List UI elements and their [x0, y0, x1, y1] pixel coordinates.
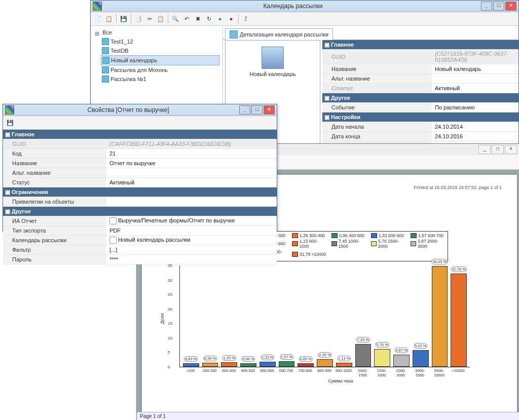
prop-date-start[interactable]: 24.10.2014 — [432, 122, 518, 132]
open-icon[interactable]: 📋 — [104, 14, 114, 24]
x-tick: 300-400 — [220, 368, 237, 377]
calendar-big-icon — [262, 47, 284, 69]
tab-icon — [230, 30, 238, 39]
bar-chart: Доля 051015202530350,83 %0,99 %1,25 %0,9… — [179, 265, 470, 367]
legend-item: 5,76 1500-2000 — [371, 239, 405, 249]
report-status: Page 1 of 1 — [137, 412, 519, 420]
x-tick: 600-700 — [278, 368, 294, 377]
calendar-icon — [102, 57, 109, 64]
legend-item: 7,45 1000-1500 — [331, 239, 366, 249]
tree-item[interactable]: Рассылка для Мохонь — [101, 65, 219, 74]
calendar-icon-caption: Новый календарь — [249, 71, 295, 77]
refresh-icon[interactable]: ↻ — [204, 14, 214, 24]
undo-icon[interactable]: ↶ — [181, 14, 192, 24]
x-tick: >10000 — [450, 368, 466, 377]
tree-item[interactable]: Test1_12 — [101, 37, 219, 46]
paste-icon[interactable]: 📋 — [156, 14, 166, 24]
find-icon[interactable]: 🔍 — [170, 14, 180, 24]
close-button[interactable]: × — [505, 2, 516, 11]
properties-toolbar: 💾 — [3, 116, 277, 130]
report-maximize-button[interactable]: □ — [492, 145, 504, 154]
chart-xlabel: Сумма чека — [179, 378, 502, 384]
chart-ylabel: Доля — [160, 313, 165, 324]
chart-bar: 2,35 % — [317, 359, 333, 367]
app-icon — [5, 105, 14, 114]
x-tick: 1500-2000 — [374, 368, 390, 377]
chart-bar: 1,33 % — [260, 362, 276, 367]
calendar-icon — [102, 47, 109, 54]
chart-bar: 31,78 % — [451, 274, 467, 367]
prop-ia-report[interactable]: Выручка/Печатные формы/Отчет по выручке — [106, 216, 277, 226]
link-icon — [109, 217, 117, 224]
x-tick: 800-900 — [316, 368, 332, 377]
legend-item: 3,87 2000-3000 — [411, 239, 445, 249]
prop-event[interactable]: По расписанию — [432, 103, 518, 112]
window-title: Календарь рассылки — [105, 3, 481, 10]
properties-titlebar[interactable]: Свойства [Отчет по выручке] _ □ × — [3, 104, 277, 116]
prop-privileges[interactable] — [106, 197, 277, 207]
maximize-button[interactable]: □ — [493, 2, 504, 11]
chart-bar: 3,87 % — [393, 355, 410, 367]
tree-item[interactable]: Рассылка №1 — [101, 74, 219, 84]
tree-item[interactable]: Новый календарь — [101, 55, 219, 65]
chart-bar: 5,43 % — [413, 350, 429, 367]
cancel-icon[interactable]: ● — [226, 14, 236, 24]
chart-bar: 34,45 % — [432, 266, 448, 367]
export-icon[interactable]: ⤴ — [241, 14, 251, 24]
legend-item: 1,33 500-600 — [371, 233, 405, 238]
calendar-icon — [102, 66, 109, 73]
chart-bar: 0,85 % — [298, 363, 314, 367]
delete-icon[interactable]: ✖ — [193, 14, 203, 24]
prop-export-type[interactable]: PDF — [106, 226, 277, 236]
close-button[interactable]: × — [264, 105, 275, 114]
cut-icon[interactable]: ✂ — [144, 14, 155, 24]
prop-filter[interactable]: [...] — [106, 245, 277, 255]
minimize-button[interactable]: _ — [239, 105, 250, 114]
tree-item[interactable]: TestDB — [101, 46, 219, 55]
prop-altname[interactable] — [432, 74, 518, 84]
report-minimize-button[interactable]: _ — [478, 145, 491, 154]
calendar-titlebar[interactable]: Календарь рассылки _ □ × — [91, 1, 518, 12]
properties-window: Свойства [Отчет по выручке] _ □ × 💾 ▣ Гл… — [3, 104, 277, 232]
calendar-toolbar: 📄 📋 💾 📑 ✂ 📋 🔍 ↶ ✖ ↻ ● ● ⤴ — [91, 12, 518, 26]
prop-date-end[interactable]: 24.10.2016 — [432, 132, 518, 141]
prop-code[interactable]: 21 — [106, 149, 277, 159]
x-tick: 5000-10000 — [431, 368, 448, 377]
calendar-icon — [102, 38, 109, 45]
ok-icon[interactable]: ● — [215, 14, 225, 24]
new-calendar-item[interactable]: Новый календарь — [249, 45, 295, 77]
x-tick: 1000-1500 — [355, 368, 371, 377]
chart-bar: 1,25 % — [221, 362, 237, 367]
save-icon[interactable]: 💾 — [119, 14, 129, 24]
minimize-button[interactable]: _ — [481, 2, 492, 11]
legend-item: 31,78 >10000 — [292, 249, 326, 259]
tab-details[interactable]: Детализация календаря рассылки — [225, 28, 333, 40]
copy-icon[interactable]: 📑 — [133, 14, 143, 24]
legend-item: 0,96 400-500 — [331, 233, 366, 238]
link-icon — [109, 237, 117, 244]
prop-report-alt[interactable] — [106, 168, 277, 178]
chart-bar: 0,83 % — [183, 363, 199, 367]
x-tick: 2000-3000 — [393, 368, 409, 377]
tree-root[interactable]: Все — [94, 28, 219, 37]
chart-bar: 0,96 % — [240, 363, 256, 367]
prop-report-status[interactable]: Активный — [106, 178, 277, 187]
prop-report-name[interactable]: Отчет по выручке — [106, 159, 277, 168]
x-tick: 3000-5000 — [412, 368, 428, 377]
prop-password[interactable]: **** — [106, 255, 277, 264]
prop-name[interactable]: Новый календарь — [432, 64, 518, 74]
app-icon — [93, 2, 102, 11]
x-tick: 900-1000 — [336, 368, 352, 377]
chart-bar: 7,45 % — [355, 344, 372, 367]
legend-item: 1,57 600-700 — [411, 233, 445, 238]
chart-bar: 1,13 % — [336, 363, 352, 367]
x-tick: 500-600 — [259, 368, 275, 377]
save-icon[interactable]: 💾 — [5, 118, 15, 128]
chart-bar: 5,76 % — [374, 349, 390, 367]
chart-bar: 0,99 % — [202, 363, 218, 367]
prop-calendar[interactable]: Новый календарь рассылки — [106, 236, 277, 245]
report-close-button[interactable]: × — [505, 145, 517, 154]
new-icon[interactable]: 📄 — [93, 14, 103, 24]
maximize-button[interactable]: □ — [251, 105, 263, 114]
x-tick: 700-800 — [297, 368, 313, 377]
